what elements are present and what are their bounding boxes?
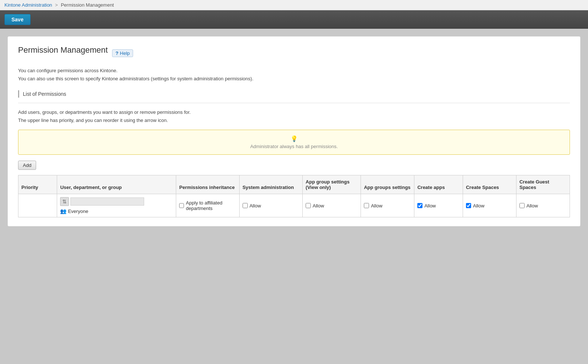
content-panel: Permission Management ? Help You can con… — [7, 36, 581, 227]
desc-line1: You can configure permissions across Kin… — [18, 67, 570, 75]
notice-text: Administrator always has all permissions… — [250, 144, 338, 149]
cell-user: ⇅ 👥 Everyone — [57, 194, 176, 217]
help-question-icon: ? — [115, 50, 118, 56]
user-name-input[interactable] — [70, 197, 144, 206]
header-priority: Priority — [18, 175, 57, 194]
cell-createspaces: Allow — [463, 194, 516, 217]
drag-handle-icon[interactable]: ⇅ — [60, 197, 69, 206]
help-label: Help — [120, 50, 130, 56]
cell-appgroup-view: Allow — [303, 194, 361, 217]
createspaces-label: Allow — [473, 203, 484, 209]
cell-inheritance: Apply to affiliated departments — [176, 194, 239, 217]
appgroups-label: Allow — [371, 203, 382, 209]
breadcrumb-bar: Kintone Administration > Permission Mana… — [0, 0, 588, 10]
page-title: Permission Management — [18, 45, 108, 55]
inheritance-checkbox[interactable] — [179, 203, 184, 208]
sysadmin-checkbox-row: Allow — [243, 203, 299, 209]
save-button[interactable]: Save — [4, 14, 31, 25]
instruction-line2: The upper line has priority, and you can… — [18, 116, 570, 125]
desc-line2: You can also use this screen to specify … — [18, 75, 570, 83]
sysadmin-label: Allow — [250, 203, 261, 209]
inheritance-checkbox-row: Apply to affiliated departments — [179, 200, 236, 211]
createspaces-checkbox[interactable] — [466, 203, 471, 208]
appgroup-view-label: Allow — [313, 203, 324, 209]
main-content: Permission Management ? Help You can con… — [0, 29, 588, 234]
header-createapps: Create apps — [414, 175, 463, 194]
guestspaces-checkbox[interactable] — [519, 203, 525, 208]
notice-icon: 💡 — [24, 135, 564, 142]
header-user: User, department, or group — [57, 175, 176, 194]
header-createspaces: Create Spaces — [463, 175, 516, 194]
appgroups-checkbox-row: Allow — [364, 203, 411, 209]
cell-appgroups: Allow — [361, 194, 414, 217]
header-appgroup-view: App group settings (View only) — [303, 175, 361, 194]
header-appgroups: App groups settings — [361, 175, 414, 194]
add-button[interactable]: Add — [18, 161, 36, 170]
instructions: Add users, groups, or departments you wa… — [18, 108, 570, 125]
help-link[interactable]: ? Help — [112, 49, 133, 57]
appgroups-checkbox[interactable] — [364, 203, 369, 208]
cell-priority — [18, 194, 57, 217]
table-row: ⇅ 👥 Everyone Apply to affiliated departm… — [18, 194, 570, 217]
drag-handle-row: ⇅ — [60, 197, 173, 206]
everyone-row: 👥 Everyone — [60, 208, 173, 214]
cell-createapps: Allow — [414, 194, 463, 217]
appgroup-view-checkbox-row: Allow — [306, 203, 358, 209]
breadcrumb-separator: > — [55, 2, 58, 8]
breadcrumb-current: Permission Management — [61, 2, 114, 8]
toolbar: Save — [0, 10, 588, 29]
notice-box: 💡 Administrator always has all permissio… — [18, 130, 570, 155]
section-heading: List of Permissions — [18, 90, 570, 98]
header-inheritance: Permissions inheritance — [176, 175, 239, 194]
user-cell: ⇅ 👥 Everyone — [60, 197, 173, 214]
guestspaces-checkbox-row: Allow — [519, 203, 567, 209]
everyone-label: Everyone — [68, 209, 88, 214]
everyone-icon: 👥 — [60, 208, 66, 214]
inheritance-label: Apply to affiliated departments — [186, 200, 236, 211]
cell-sysadmin: Allow — [239, 194, 302, 217]
sysadmin-checkbox[interactable] — [243, 203, 248, 208]
appgroup-view-checkbox[interactable] — [306, 203, 311, 208]
breadcrumb-parent[interactable]: Kintone Administration — [4, 2, 52, 8]
header-sysadmin: System administration — [239, 175, 302, 194]
guestspaces-label: Allow — [526, 203, 538, 209]
createapps-label: Allow — [424, 203, 436, 209]
header-guestspaces: Create Guest Spaces — [516, 175, 570, 194]
description: You can configure permissions across Kin… — [18, 67, 570, 83]
section-divider — [18, 103, 570, 103]
permissions-table: Priority User, department, or group Perm… — [18, 175, 570, 217]
createspaces-checkbox-row: Allow — [466, 203, 513, 209]
createapps-checkbox[interactable] — [417, 203, 422, 208]
createapps-checkbox-row: Allow — [417, 203, 460, 209]
instruction-line1: Add users, groups, or departments you wa… — [18, 108, 570, 116]
cell-guestspaces: Allow — [516, 194, 570, 217]
